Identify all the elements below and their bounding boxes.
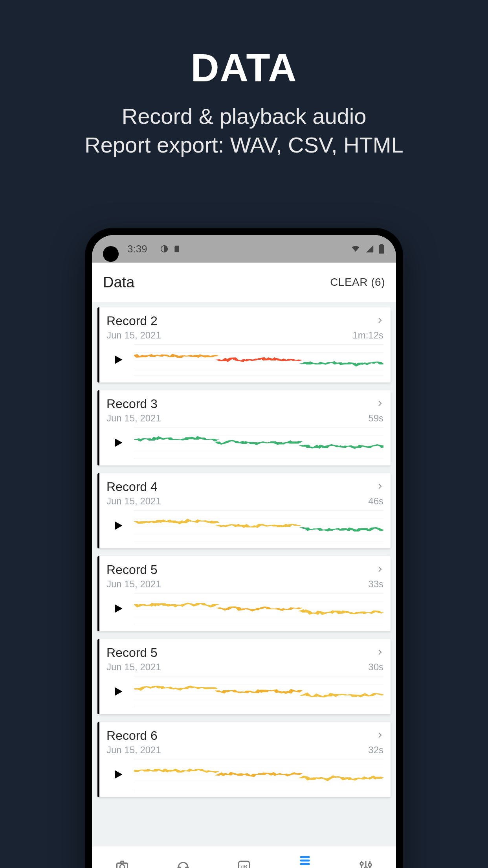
nav-settings[interactable] bbox=[335, 859, 396, 868]
record-date: Jun 15, 2021 bbox=[106, 579, 161, 590]
chevron-right-icon[interactable] bbox=[376, 646, 383, 660]
svg-rect-1 bbox=[380, 244, 383, 245]
record-date: Jun 15, 2021 bbox=[106, 745, 161, 756]
battery-icon bbox=[379, 244, 384, 254]
list-icon bbox=[297, 855, 313, 866]
promo-title: DATA bbox=[0, 45, 488, 90]
record-name: Record 3 bbox=[106, 397, 158, 411]
clear-button[interactable]: CLEAR (6) bbox=[330, 276, 385, 289]
chevron-right-icon[interactable] bbox=[376, 314, 383, 328]
record-duration: 59s bbox=[368, 413, 383, 424]
phone-frame: 3:39 Data CLEAR (6) Record 2Jun 15, 20 bbox=[85, 228, 403, 868]
signal-icon bbox=[365, 245, 374, 253]
record-name: Record 6 bbox=[106, 728, 158, 743]
play-button[interactable] bbox=[106, 436, 130, 449]
record-name: Record 2 bbox=[106, 314, 158, 328]
play-button[interactable] bbox=[106, 685, 130, 698]
waveform-preview bbox=[134, 344, 383, 375]
record-duration: 30s bbox=[368, 662, 383, 673]
svg-rect-3 bbox=[117, 863, 128, 868]
record-duration: 33s bbox=[368, 579, 383, 590]
record-card[interactable]: Record 3Jun 15, 202159s bbox=[97, 390, 391, 465]
svg-point-15 bbox=[360, 862, 363, 865]
play-button[interactable] bbox=[106, 768, 130, 781]
promo-sub-line2: Report export: WAV, CSV, HTML bbox=[84, 132, 403, 157]
bottom-nav: dB Data bbox=[92, 846, 396, 868]
chevron-right-icon[interactable] bbox=[376, 480, 383, 494]
record-card[interactable]: Record 5Jun 15, 202130s bbox=[97, 639, 391, 714]
promo-subtitle: Record & playback audio Report export: W… bbox=[0, 102, 488, 160]
nav-camera[interactable] bbox=[92, 859, 153, 868]
nav-db-meter[interactable]: dB bbox=[214, 859, 275, 868]
record-name: Record 4 bbox=[106, 480, 158, 494]
records-list[interactable]: Record 2Jun 15, 20211m:12sRecord 3Jun 15… bbox=[92, 302, 396, 846]
svg-rect-9 bbox=[300, 856, 310, 858]
play-button[interactable] bbox=[106, 602, 130, 615]
record-date: Jun 15, 2021 bbox=[106, 330, 161, 341]
waveform-preview bbox=[134, 427, 383, 458]
record-duration: 32s bbox=[368, 745, 383, 756]
record-date: Jun 15, 2021 bbox=[106, 413, 161, 424]
waveform-preview bbox=[134, 510, 383, 541]
record-card[interactable]: Record 4Jun 15, 202146s bbox=[97, 473, 391, 548]
svg-rect-11 bbox=[300, 863, 310, 865]
contrast-icon bbox=[160, 245, 169, 253]
camera-punch-hole bbox=[103, 246, 119, 262]
svg-point-4 bbox=[120, 864, 125, 868]
record-date: Jun 15, 2021 bbox=[106, 662, 161, 673]
chevron-right-icon[interactable] bbox=[376, 729, 383, 743]
svg-point-17 bbox=[368, 863, 371, 866]
record-name: Record 5 bbox=[106, 563, 158, 577]
waveform-preview bbox=[134, 676, 383, 707]
record-duration: 1m:12s bbox=[352, 330, 383, 341]
play-button[interactable] bbox=[106, 353, 130, 366]
status-time: 3:39 bbox=[127, 243, 147, 255]
chevron-right-icon[interactable] bbox=[376, 397, 383, 411]
record-card[interactable]: Record 6Jun 15, 202132s bbox=[97, 722, 391, 797]
record-card[interactable]: Record 2Jun 15, 20211m:12s bbox=[97, 307, 391, 383]
promo-sub-line1: Record & playback audio bbox=[122, 104, 367, 129]
nav-headphones[interactable] bbox=[153, 859, 214, 868]
play-button[interactable] bbox=[106, 519, 130, 532]
waveform-preview bbox=[134, 759, 383, 790]
waveform-preview bbox=[134, 593, 383, 624]
record-card[interactable]: Record 5Jun 15, 202133s bbox=[97, 556, 391, 631]
svg-rect-2 bbox=[379, 245, 384, 254]
svg-text:dB: dB bbox=[241, 864, 248, 868]
sd-icon bbox=[173, 245, 181, 253]
wifi-icon bbox=[350, 245, 361, 253]
app-bar: Data CLEAR (6) bbox=[92, 263, 396, 302]
record-duration: 46s bbox=[368, 496, 383, 507]
nav-data[interactable]: Data bbox=[274, 855, 335, 868]
status-bar: 3:39 bbox=[92, 235, 396, 263]
record-name: Record 5 bbox=[106, 645, 158, 660]
page-title: Data bbox=[103, 274, 134, 291]
record-date: Jun 15, 2021 bbox=[106, 496, 161, 507]
svg-rect-10 bbox=[300, 860, 310, 862]
chevron-right-icon[interactable] bbox=[376, 563, 383, 577]
phone-screen: 3:39 Data CLEAR (6) Record 2Jun 15, 20 bbox=[92, 235, 396, 868]
